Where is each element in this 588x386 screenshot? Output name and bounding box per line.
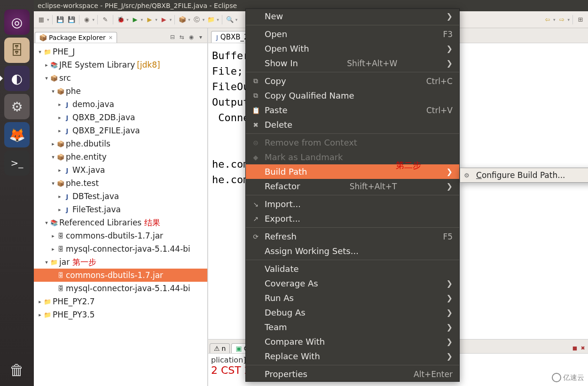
menu-item-refactor[interactable]: RefactorShift+Alt+T❯ [246,179,459,193]
save-all-icon[interactable]: 💾 [67,15,76,24]
search-icon[interactable]: 🔍 [225,15,235,24]
menu-separator [246,133,459,134]
new-icon[interactable]: ▦ [37,15,46,24]
menu-item-run-as[interactable]: Run As❯ [246,291,459,305]
debug-icon[interactable]: 🐞 [116,15,125,24]
menu-item-compare-with[interactable]: Compare With❯ [246,334,459,349]
tree-item-phe-j[interactable]: ▾📁PHE_J [34,45,207,58]
expand-arrow-icon[interactable]: ▸ [50,141,56,147]
new-pkg-icon[interactable]: 📦 [178,15,187,24]
expand-arrow-icon[interactable]: ▾ [43,259,50,265]
expand-arrow-icon[interactable]: ▸ [50,233,56,239]
tree-item-phe-entity[interactable]: ▾📦phe.entity [34,150,207,163]
terminate-icon[interactable]: ■ [572,345,578,351]
tree-item-commons-dbutils-1-7-jar[interactable]: 🗄commons-dbutils-1.7.jar [34,269,207,282]
expand-arrow-icon[interactable]: ▸ [37,312,43,318]
tree-item-phe[interactable]: ▾📦phe [34,85,207,98]
expand-arrow-icon[interactable]: ▾ [50,154,56,160]
remove-all-icon[interactable]: ✖ [580,345,586,351]
new-folder-icon[interactable]: 📁 [206,15,216,24]
view-menu-icon[interactable]: ▾ [197,33,204,41]
menu-item-coverage-as[interactable]: Coverage As❯ [246,276,459,291]
context-menu[interactable]: New❯OpenF3Open With❯Show InShift+Alt+W❯⧉… [245,8,460,382]
menu-item-paste[interactable]: 📋PasteCtrl+V [246,103,459,117]
expand-arrow-icon[interactable]: ▸ [50,246,56,252]
menu-item-team[interactable]: Team❯ [246,320,459,334]
menu-item-build-path[interactable]: Build Path❯ [246,164,459,179]
menu-item-import-[interactable]: ↘Import... [246,197,459,211]
menu-item-open[interactable]: OpenF3 [246,27,459,41]
tree-item-demo-java[interactable]: ▸Jdemo.java [34,98,207,111]
back-icon[interactable]: ⇦ [543,15,552,24]
menu-item-replace-with[interactable]: Replace With❯ [246,349,459,363]
close-icon[interactable]: ✕ [109,35,113,41]
unity-launcher[interactable]: ◎ 🗄 ◐ ⚙ 🦊 >_ 🗑 [0,0,34,386]
tree-item-phe-py2-7[interactable]: ▸📁PHE_PY2.7 [34,295,207,308]
focus-icon[interactable]: ◉ [188,33,195,41]
launcher-eclipse-icon[interactable]: ◐ [4,66,30,91]
tree-item-mysql-connector-java-5-1-44-bi[interactable]: 🗄mysql-connector-java-5.1.44-bi [34,282,207,295]
wand-icon[interactable]: ✎ [101,15,110,24]
expand-arrow-icon[interactable]: ▸ [37,299,43,305]
expand-arrow-icon[interactable]: ▸ [56,115,63,121]
ext-run-icon[interactable]: ▶ [159,15,169,24]
run-icon[interactable]: ▶ [131,15,140,24]
collapse-all-icon[interactable]: ⊟ [169,33,176,41]
tree-item-commons-dbutils-1-7-jar[interactable]: ▸🗄commons-dbutils-1.7.jar [34,229,207,242]
configure-build-path-item[interactable]: ⚙ Configure Build Path... [460,168,588,182]
expand-arrow-icon[interactable]: ▾ [50,180,56,186]
package-explorer-tab[interactable]: 📦 Package Explorer ✕ [35,32,117,43]
menu-item-debug-as[interactable]: Debug As❯ [246,305,459,320]
tree-item-mysql-connector-java-5-1-44-bi[interactable]: ▸🗄mysql-connector-java-5.1.44-bi [34,242,207,255]
menu-item-show-in[interactable]: Show InShift+Alt+W❯ [246,56,459,70]
tree-item-referenced-libraries[interactable]: ▾📚Referenced Libraries结果 [34,216,207,229]
tree-item-src[interactable]: ▾📦src [34,71,207,85]
launcher-settings-icon[interactable]: ⚙ [4,94,30,119]
package-tree[interactable]: ▾📁PHE_J▸📚JRE System Library[jdk8]▾📦src▾📦… [34,43,207,386]
tree-item-dbtest-java[interactable]: ▸JDBTest.java [34,190,207,203]
expand-arrow-icon[interactable]: ▸ [56,167,63,173]
tree-item-phe-dbutils[interactable]: ▸📦phe.dbutils [34,137,207,150]
launcher-terminal-icon[interactable]: >_ [4,150,30,176]
expand-arrow-icon[interactable]: ▸ [56,207,63,213]
expand-arrow-icon[interactable]: ▸ [56,101,63,108]
tree-item-filetest-java[interactable]: ▸JFileTest.java [34,203,207,216]
task-icon[interactable]: ◉ [82,15,92,24]
tree-item-jar[interactable]: ▾📁jar第一步 [34,255,207,269]
tree-item-phe-test[interactable]: ▾📦phe.test [34,177,207,190]
expand-arrow-icon[interactable]: ▸ [56,193,63,200]
launcher-trash-icon[interactable]: 🗑 [6,359,28,381]
menu-item-assign-working-sets-[interactable]: Assign Working Sets... [246,244,459,258]
menu-item-properties[interactable]: PropertiesAlt+Enter [246,367,459,381]
tree-item-qbxb-2file-java[interactable]: ▸JQBXB_2FILE.java [34,124,207,137]
tree-item-wx-java[interactable]: ▸JWX.java [34,163,207,177]
menu-item-validate[interactable]: Validate [246,262,459,276]
tab-problems[interactable]: ⚠n [210,343,230,353]
expand-arrow-icon[interactable]: ▾ [43,75,50,81]
launcher-dash-icon[interactable]: ◎ [4,9,30,35]
menu-item-new[interactable]: New❯ [246,9,459,23]
new-class-icon[interactable]: Ⓒ [192,15,202,24]
menu-item-open-with[interactable]: Open With❯ [246,41,459,56]
menu-item-delete[interactable]: ✖Delete [246,117,459,132]
launcher-firefox-icon[interactable]: 🦊 [4,122,30,147]
link-editor-icon[interactable]: ⇆ [178,33,186,41]
expand-arrow-icon[interactable]: ▾ [50,88,56,94]
menu-item-export-[interactable]: ↗Export... [246,211,459,226]
forward-icon[interactable]: ⇨ [557,15,566,24]
expand-arrow-icon[interactable]: ▸ [56,128,63,134]
save-icon[interactable]: 💾 [55,15,65,24]
tree-item-phe-py3-5[interactable]: ▸📁PHE_PY3.5 [34,308,207,321]
coverage-icon[interactable]: ▶ [145,15,154,24]
tree-item-jre-system-library[interactable]: ▸📚JRE System Library[jdk8] [34,58,207,71]
menu-item-copy-qualified-name[interactable]: ⧉Copy Qualified Name [246,88,459,103]
expand-arrow-icon[interactable]: ▾ [37,49,43,55]
perspective-icon[interactable]: ⊞ [576,15,585,24]
expand-arrow-icon[interactable]: ▾ [43,220,50,226]
launcher-files-icon[interactable]: 🗄 [4,38,30,63]
menu-item-refresh[interactable]: ⟳RefreshF5 [246,229,459,244]
build-path-submenu[interactable]: ⚙ Configure Build Path... [460,168,588,183]
expand-arrow-icon[interactable]: ▸ [43,62,50,68]
menu-item-copy[interactable]: ⧉CopyCtrl+C [246,74,459,88]
tree-item-qbxb-2db-java[interactable]: ▸JQBXB_2DB.java [34,111,207,124]
